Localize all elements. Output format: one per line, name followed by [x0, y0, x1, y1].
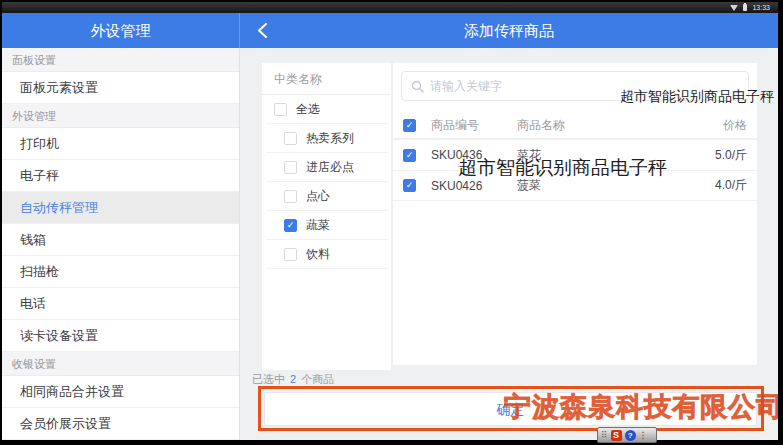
search-icon [411, 80, 424, 93]
column-header-name: 商品名称 [517, 117, 685, 134]
tablet-screen: 13:33 外设管理 添加传秤商品 面板设置 面板元素设置 外设管理 打印机 电… [2, 2, 778, 440]
category-row-vegetables[interactable]: 蔬菜 [266, 211, 387, 240]
category-label: 蔬菜 [306, 217, 330, 234]
product-row[interactable]: SKU0436 菜花 5.0/斤 [393, 139, 757, 170]
category-row-must-order[interactable]: 进店必点 [266, 153, 387, 182]
category-panel-title: 中类名称 [262, 63, 391, 95]
selected-count-number: 2 [288, 373, 298, 385]
sidebar-section-peripherals: 外设管理 [2, 104, 239, 128]
select-all-label: 全选 [296, 101, 320, 118]
main-content: 中类名称 全选 热卖系列 进店必点 点心 [240, 48, 778, 440]
search-input[interactable] [430, 79, 739, 93]
settings-sidebar: 面板设置 面板元素设置 外设管理 打印机 电子秤 自动传秤管理 钱箱 扫描枪 电… [2, 48, 240, 440]
android-status-bar: 13:33 [2, 2, 778, 13]
category-panel: 中类名称 全选 热卖系列 进店必点 点心 [262, 63, 391, 370]
select-all-products-checkbox[interactable] [403, 119, 416, 132]
product-name: 菜花 [517, 147, 685, 164]
status-time: 13:33 [752, 2, 770, 13]
category-label: 热卖系列 [306, 130, 354, 147]
app-bar: 外设管理 添加传秤商品 [2, 13, 778, 48]
category-checkbox[interactable] [284, 161, 297, 174]
selected-count-prefix: 已选中 [252, 373, 285, 385]
more-dots-icon[interactable]: ⋮ [639, 431, 648, 440]
category-label: 点心 [306, 188, 330, 205]
sidebar-item-cash-drawer[interactable]: 钱箱 [2, 224, 239, 256]
sidebar-title: 外设管理 [2, 13, 240, 48]
sidebar-item-member-price-display[interactable]: 会员价展示设置 [2, 408, 239, 440]
product-price: 5.0/斤 [685, 147, 747, 164]
drag-grip-icon[interactable]: ⠿ [601, 431, 608, 440]
column-header-price: 价格 [685, 117, 747, 134]
column-header-id: 商品编号 [431, 117, 517, 134]
wifi-icon [730, 5, 738, 11]
sidebar-item-electronic-scale[interactable]: 电子秤 [2, 160, 239, 192]
recorder-s-icon[interactable]: S [611, 430, 622, 441]
help-icon[interactable]: ? [625, 430, 636, 441]
category-row-hot-series[interactable]: 热卖系列 [266, 124, 387, 153]
product-panel: 商品编号 商品名称 价格 SKU0436 菜花 5.0/斤 SKU0426 菠菜 [393, 63, 757, 365]
recorder-toolbar[interactable]: ⠿ S ? ⋮ [597, 427, 657, 443]
category-row-dimsum[interactable]: 点心 [266, 182, 387, 211]
product-id: SKU0426 [431, 179, 517, 193]
sidebar-item-phone[interactable]: 电话 [2, 288, 239, 320]
select-all-checkbox[interactable] [274, 103, 287, 116]
category-row-drinks[interactable]: 饮料 [266, 240, 387, 269]
category-label: 进店必点 [306, 159, 354, 176]
main-header: 添加传秤商品 [240, 13, 778, 48]
category-checkbox[interactable] [284, 219, 297, 232]
confirm-button[interactable]: 确定 [264, 392, 757, 426]
page-title: 添加传秤商品 [240, 13, 778, 48]
category-checkbox[interactable] [284, 190, 297, 203]
sidebar-item-auto-scale-management[interactable]: 自动传秤管理 [2, 192, 239, 224]
selected-count-line: 已选中 2 个商品 [252, 372, 334, 387]
sidebar-item-printer[interactable]: 打印机 [2, 128, 239, 160]
product-price: 4.0/斤 [685, 177, 747, 194]
sidebar-item-panel-elements[interactable]: 面板元素设置 [2, 72, 239, 104]
product-table: 商品编号 商品名称 价格 SKU0436 菜花 5.0/斤 SKU0426 菠菜 [393, 113, 757, 201]
sidebar-item-card-reader-settings[interactable]: 读卡设备设置 [2, 320, 239, 352]
battery-icon [743, 4, 747, 11]
product-checkbox[interactable] [403, 149, 416, 162]
sidebar-item-merge-same-products[interactable]: 相同商品合并设置 [2, 376, 239, 408]
product-id: SKU0436 [431, 148, 517, 162]
search-box [401, 71, 749, 101]
category-checkbox[interactable] [284, 248, 297, 261]
product-table-header: 商品编号 商品名称 价格 [393, 113, 757, 139]
product-checkbox[interactable] [403, 179, 416, 192]
sidebar-item-scanner-gun[interactable]: 扫描枪 [2, 256, 239, 288]
category-label: 饮料 [306, 246, 330, 263]
product-row[interactable]: SKU0426 菠菜 4.0/斤 [393, 170, 757, 201]
sidebar-section-panel-settings: 面板设置 [2, 48, 239, 72]
category-select-all-row[interactable]: 全选 [266, 95, 387, 124]
screenshot-stage: 13:33 外设管理 添加传秤商品 面板设置 面板元素设置 外设管理 打印机 电… [0, 0, 783, 445]
product-name: 菠菜 [517, 177, 685, 194]
selected-count-suffix: 个商品 [301, 373, 334, 385]
sidebar-section-cashier-settings: 收银设置 [2, 352, 239, 376]
category-checkbox[interactable] [284, 132, 297, 145]
